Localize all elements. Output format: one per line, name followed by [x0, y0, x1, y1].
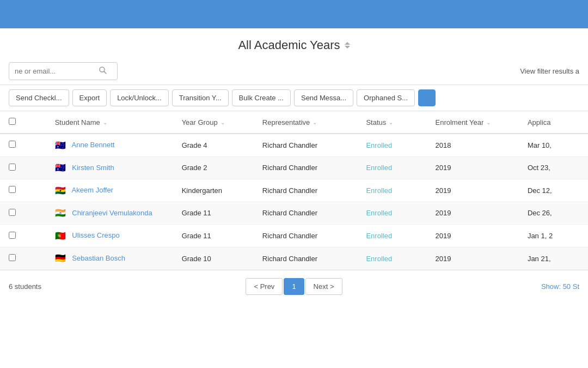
- row-year-cell: Grade 4: [173, 134, 254, 156]
- col-header-name[interactable]: Student Name ⌄: [46, 111, 173, 134]
- row-num-cell: [23, 179, 46, 202]
- row-status-cell: Enrolled: [357, 156, 426, 179]
- col-header-app: Applica: [519, 111, 588, 134]
- flag-icon: 🇬🇭: [55, 186, 67, 195]
- row-year-cell: Grade 2: [173, 156, 254, 179]
- select-all-checkbox[interactable]: [9, 118, 16, 125]
- row-num-cell: [23, 247, 46, 270]
- show-info: Show: 50 St: [541, 282, 579, 291]
- row-checkbox[interactable]: [9, 164, 16, 171]
- row-checkbox[interactable]: [9, 186, 16, 193]
- row-name-cell: 🇮🇳 Chiranjeevi Vemulakonda: [46, 202, 173, 225]
- row-rep-cell: Richard Chandler: [254, 156, 358, 179]
- row-rep-cell: Richard Chandler: [254, 202, 358, 225]
- row-enrol-cell: 2019: [426, 202, 518, 225]
- col-header-rep[interactable]: Representative ⌄: [254, 111, 358, 134]
- row-year-cell: Grade 10: [173, 247, 254, 270]
- extra-action-button[interactable]: [418, 89, 436, 106]
- row-checkbox[interactable]: [9, 141, 16, 148]
- send-checklist-button[interactable]: Send Checkl...: [9, 89, 69, 106]
- col-year-sort-icon: ⌄: [220, 119, 225, 125]
- row-checkbox-cell[interactable]: [0, 134, 23, 156]
- row-app-cell: Jan 21,: [519, 247, 588, 270]
- table-row: 🇩🇪 Sebastian Bosch Grade 10 Richard Chan…: [0, 247, 588, 270]
- search-box[interactable]: [9, 62, 118, 80]
- col-header-year[interactable]: Year Group ⌄: [173, 111, 254, 134]
- col-status-sort-icon: ⌄: [389, 119, 393, 125]
- student-name-link[interactable]: Ulisses Crespo: [72, 231, 119, 239]
- row-app-cell: Mar 10,: [519, 134, 588, 156]
- svg-line-1: [104, 71, 106, 74]
- table-row: 🇵🇹 Ulisses Crespo Grade 11 Richard Chand…: [0, 225, 588, 248]
- status-badge: Enrolled: [366, 141, 392, 149]
- pagination-buttons: < Prev 1 Next >: [246, 278, 342, 295]
- lock-unlock-button[interactable]: Lock/Unlock...: [110, 89, 169, 106]
- row-checkbox[interactable]: [9, 232, 16, 239]
- row-status-cell: Enrolled: [357, 202, 426, 225]
- orphaned-s-button[interactable]: Orphaned S...: [357, 89, 415, 106]
- row-enrol-cell: 2019: [426, 156, 518, 179]
- status-badge: Enrolled: [366, 255, 392, 263]
- row-year-cell: Kindergarten: [173, 179, 254, 202]
- table-row: 🇦🇺 Anne Bennett Grade 4 Richard Chandler…: [0, 134, 588, 156]
- students-count: 6 students: [9, 282, 41, 291]
- row-checkbox[interactable]: [9, 209, 16, 216]
- student-name-link[interactable]: Sebastian Bosch: [72, 254, 125, 262]
- row-status-cell: Enrolled: [357, 247, 426, 270]
- row-app-cell: Dec 12,: [519, 179, 588, 202]
- row-checkbox-cell[interactable]: [0, 247, 23, 270]
- student-name-link[interactable]: Chiranjeevi Vemulakonda: [72, 209, 152, 217]
- next-page-button[interactable]: Next >: [305, 278, 342, 295]
- prev-page-button[interactable]: < Prev: [246, 278, 283, 295]
- page-1-button[interactable]: 1: [284, 278, 304, 295]
- row-checkbox[interactable]: [9, 254, 16, 261]
- row-app-cell: Oct 23,: [519, 156, 588, 179]
- row-status-cell: Enrolled: [357, 134, 426, 156]
- row-num-cell: [23, 134, 46, 156]
- row-enrol-cell: 2019: [426, 247, 518, 270]
- flag-icon: 🇦🇺: [55, 164, 67, 172]
- search-icon: [99, 66, 107, 76]
- row-status-cell: Enrolled: [357, 179, 426, 202]
- flag-icon: 🇦🇺: [55, 141, 67, 150]
- col-header-status[interactable]: Status ⌄: [357, 111, 426, 134]
- row-rep-cell: Richard Chandler: [254, 247, 358, 270]
- row-num-cell: [23, 225, 46, 248]
- export-button[interactable]: Export: [72, 89, 107, 106]
- student-name-link[interactable]: Kirsten Smith: [72, 164, 114, 172]
- status-badge: Enrolled: [366, 186, 392, 195]
- top-bar: [0, 0, 588, 28]
- status-badge: Enrolled: [366, 164, 392, 172]
- view-filter-label: View filter results a: [520, 67, 579, 75]
- row-checkbox-cell[interactable]: [0, 156, 23, 179]
- row-num-cell: [23, 202, 46, 225]
- row-app-cell: Jan 1, 2: [519, 225, 588, 248]
- bulk-create-button[interactable]: Bulk Create ...: [232, 89, 291, 106]
- row-checkbox-cell[interactable]: [0, 179, 23, 202]
- col-header-num: [23, 111, 46, 134]
- row-rep-cell: Richard Chandler: [254, 134, 358, 156]
- status-badge: Enrolled: [366, 209, 392, 217]
- student-name-link[interactable]: Akeem Joffer: [72, 186, 113, 194]
- row-name-cell: 🇵🇹 Ulisses Crespo: [46, 225, 173, 248]
- row-enrol-cell: 2019: [426, 179, 518, 202]
- transition-year-button[interactable]: Transition Y...: [172, 89, 229, 106]
- row-rep-cell: Richard Chandler: [254, 179, 358, 202]
- header-section: All Academic Years: [0, 28, 588, 58]
- sort-icon[interactable]: [345, 42, 350, 49]
- page-title: All Academic Years: [238, 38, 340, 52]
- row-checkbox-cell[interactable]: [0, 225, 23, 248]
- table-header-row: Student Name ⌄ Year Group ⌄ Representati…: [0, 111, 588, 134]
- row-year-cell: Grade 11: [173, 225, 254, 248]
- row-name-cell: 🇬🇭 Akeem Joffer: [46, 179, 173, 202]
- table-row: 🇬🇭 Akeem Joffer Kindergarten Richard Cha…: [0, 179, 588, 202]
- row-checkbox-cell[interactable]: [0, 202, 23, 225]
- student-name-link[interactable]: Anne Bennett: [72, 141, 115, 149]
- flag-icon: 🇵🇹: [55, 232, 67, 240]
- action-buttons-row: Send Checkl... Export Lock/Unlock... Tra…: [0, 85, 588, 111]
- search-input[interactable]: [15, 67, 96, 75]
- row-name-cell: 🇦🇺 Anne Bennett: [46, 134, 173, 156]
- send-message-button[interactable]: Send Messa...: [294, 89, 353, 106]
- col-header-enrol[interactable]: Enrolment Year ⌄: [426, 111, 518, 134]
- row-year-cell: Grade 11: [173, 202, 254, 225]
